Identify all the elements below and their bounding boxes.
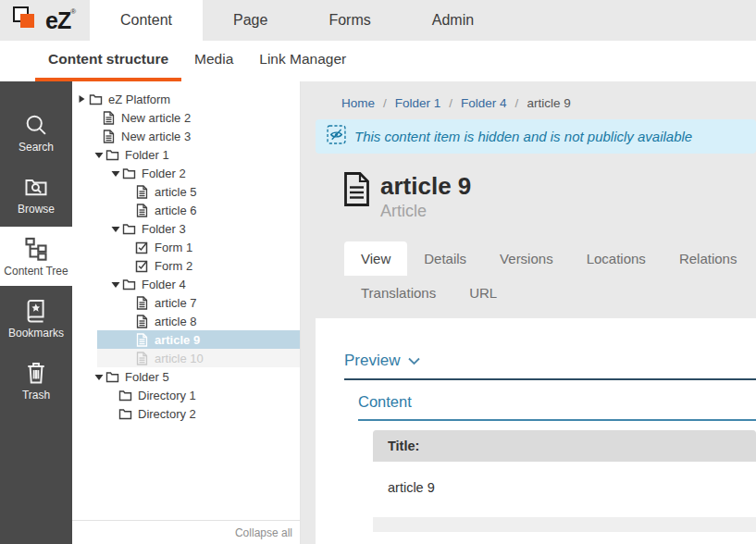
tree-row-content: Directory 2 <box>78 407 196 421</box>
section-divider <box>358 419 756 421</box>
sidebar-item-content-tree[interactable]: Content Tree <box>0 227 72 286</box>
subnav-item-link-manager[interactable]: Link Manager <box>246 41 359 81</box>
hidden-content-notice: This content item is hidden and is not p… <box>316 119 756 154</box>
tree-item-folder-2[interactable]: Folder 2 <box>78 164 300 182</box>
tree-item-form-2[interactable]: Form 2 <box>78 256 300 275</box>
content-tree-panel: eZ PlatformNew article 2New article 3Fol… <box>72 81 301 544</box>
subnav-item-media[interactable]: Media <box>181 41 246 81</box>
document-icon <box>344 172 369 221</box>
sidebar-item-browse[interactable]: Browse <box>0 165 72 224</box>
sidebar-item-bookmarks[interactable]: Bookmarks <box>0 289 72 348</box>
article-icon <box>135 315 149 328</box>
tree-item-article-6[interactable]: article 6 <box>78 201 300 219</box>
top-tab-forms[interactable]: Forms <box>298 0 401 41</box>
tree-row-content: Folder 4 <box>78 278 186 291</box>
breadcrumb: Home/Folder 1/Folder 4/article 9 <box>316 81 756 119</box>
tree-item-label: New article 3 <box>121 130 191 143</box>
collapse-arrow-icon[interactable] <box>111 225 122 233</box>
sub-nav: Content structureMediaLink Manager <box>0 41 756 81</box>
tab-locations[interactable]: Locations <box>570 241 663 276</box>
folder-icon <box>118 407 132 421</box>
breadcrumb-link-home[interactable]: Home <box>341 96 375 110</box>
folder-icon <box>105 148 119 162</box>
collapse-arrow-icon[interactable] <box>94 151 105 159</box>
tree-item-new-article-2[interactable]: New article 2 <box>78 108 300 127</box>
breadcrumb-separator: / <box>515 96 519 110</box>
search-icon <box>23 112 49 138</box>
collapse-all-button[interactable]: Collapse all <box>72 520 300 544</box>
tree-item-folder-4[interactable]: Folder 4 <box>78 275 300 293</box>
article-icon <box>102 130 116 143</box>
preview-label: Preview <box>344 352 400 370</box>
top-tab-admin[interactable]: Admin <box>402 0 504 41</box>
trash-icon <box>23 360 49 386</box>
subnav-item-content-structure[interactable]: Content structure <box>35 41 181 81</box>
sidebar-item-label: Search <box>19 142 54 153</box>
page-title: article 9 <box>380 172 471 201</box>
field-value: article 9 <box>373 462 756 517</box>
breadcrumb-link-folder-4[interactable]: Folder 4 <box>461 96 507 110</box>
tree-item-folder-3[interactable]: Folder 3 <box>78 219 300 238</box>
collapse-arrow-icon[interactable] <box>111 169 122 178</box>
tree-item-article-5[interactable]: article 5 <box>78 182 300 201</box>
top-tab-content[interactable]: Content <box>90 0 203 41</box>
tree-item-article-8[interactable]: article 8 <box>78 312 300 330</box>
breadcrumb-separator: / <box>383 96 387 110</box>
tree-item-label: Folder 2 <box>142 167 186 180</box>
folder-icon <box>122 167 136 180</box>
folder-icon <box>122 278 136 291</box>
tree-item-label: Folder 3 <box>142 222 186 236</box>
tree-item-article-9[interactable]: article 9 <box>78 330 300 349</box>
tab-url[interactable]: URL <box>452 276 514 310</box>
field-name: Title: <box>373 430 756 462</box>
view-tab-content: Preview Content Title:article 9 <box>316 318 756 544</box>
content-tree: eZ PlatformNew article 2New article 3Fol… <box>72 81 300 423</box>
tree-item-article-7[interactable]: article 7 <box>78 293 300 312</box>
section-heading: Content <box>358 393 756 411</box>
folder-icon <box>89 93 103 106</box>
breadcrumb-link-folder-1[interactable]: Folder 1 <box>395 96 441 110</box>
sidebar-item-trash[interactable]: Trash <box>0 351 72 410</box>
expand-arrow-icon[interactable] <box>78 94 89 104</box>
tab-translations[interactable]: Translations <box>344 276 452 310</box>
top-tab-page[interactable]: Page <box>203 0 298 41</box>
tree-item-label: article 10 <box>155 352 204 365</box>
tree-item-label: Form 2 <box>155 259 192 273</box>
hidden-icon <box>327 125 346 148</box>
tree-item-folder-1[interactable]: Folder 1 <box>78 145 300 164</box>
preview-toggle[interactable]: Preview <box>344 352 756 370</box>
tab-versions[interactable]: Versions <box>483 241 570 276</box>
sidebar-item-label: Browse <box>18 204 55 215</box>
sidebar: SearchBrowseContent TreeBookmarksTrash <box>0 81 72 544</box>
tab-details[interactable]: Details <box>407 241 483 276</box>
tree-row-content: eZ Platform <box>78 93 170 106</box>
tree-row-content: New article 3 <box>78 130 191 143</box>
tree-item-label: Folder 1 <box>125 148 169 162</box>
tree-item-ez-platform[interactable]: eZ Platform <box>78 90 300 108</box>
collapse-arrow-icon[interactable] <box>111 280 122 289</box>
tree-row-content: article 10 <box>78 352 204 365</box>
tree-item-new-article-3[interactable]: New article 3 <box>78 127 300 145</box>
tree-item-directory-2[interactable]: Directory 2 <box>78 404 300 423</box>
tree-row-content: Folder 2 <box>78 167 186 180</box>
sidebar-item-label: Content Tree <box>4 266 68 277</box>
tab-relations[interactable]: Relations <box>663 241 754 276</box>
tree-item-article-10[interactable]: article 10 <box>78 349 300 367</box>
collapse-all-label: Collapse all <box>235 526 292 539</box>
tree-item-directory-1[interactable]: Directory 1 <box>78 386 300 404</box>
top-nav: ContentPageFormsAdmin <box>90 0 504 41</box>
tree-item-label: Form 1 <box>155 241 192 254</box>
bookmarks-icon <box>23 298 49 324</box>
breadcrumb-current: article 9 <box>527 96 570 110</box>
tree-row-content: New article 2 <box>78 111 191 125</box>
chevron-down-icon <box>408 352 420 370</box>
tree-item-folder-5[interactable]: Folder 5 <box>78 367 300 386</box>
sidebar-item-search[interactable]: Search <box>0 103 72 162</box>
collapse-arrow-icon[interactable] <box>94 373 105 381</box>
tree-item-label: eZ Platform <box>108 93 170 106</box>
article-icon <box>135 296 149 310</box>
tab-view[interactable]: View <box>344 241 407 276</box>
app-logo[interactable]: eZ® <box>0 0 90 41</box>
tree-item-label: article 9 <box>155 333 200 347</box>
tree-item-form-1[interactable]: Form 1 <box>78 238 300 256</box>
